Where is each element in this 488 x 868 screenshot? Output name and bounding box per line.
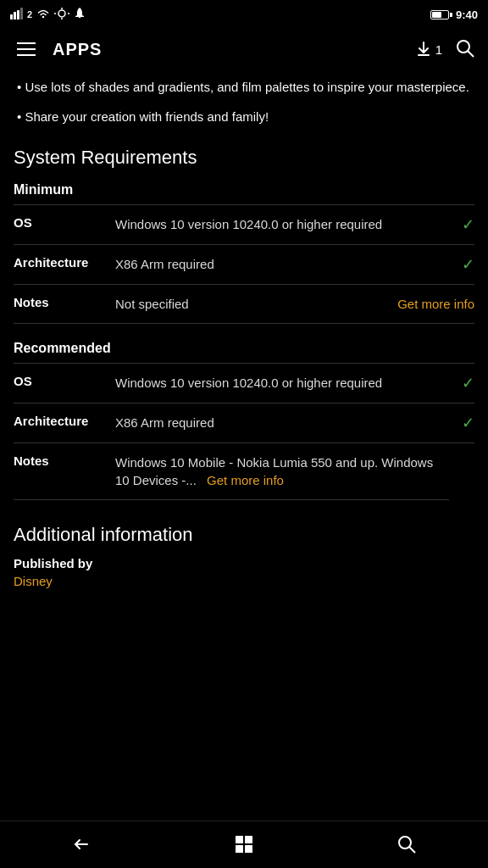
svg-line-13 [409,847,415,853]
bottom-nav [0,821,488,868]
arch-label-rec: Architecture [14,403,115,443]
get-more-info-link-min[interactable]: Get more info [397,297,474,311]
svg-rect-3 [20,8,23,19]
network-2g-icon: 2 [27,9,32,19]
os-check-rec: ✓ [449,364,474,403]
arch-check-rec: ✓ [449,403,474,443]
page-title: APPS [53,40,415,59]
bullet-item-2: • Share your creation with friends and f… [14,108,474,127]
svg-rect-5 [418,54,430,56]
table-row: OS Windows 10 version 10240.0 or higher … [14,364,474,403]
search-bottom-icon [397,835,416,854]
table-row: Architecture X86 Arm required ✓ [14,245,474,285]
bullet-list: • Use lots of shades and gradients, and … [14,78,474,126]
svg-line-7 [468,51,474,57]
get-more-info-link-rec[interactable]: Get more info [207,473,284,487]
nav-actions: 1 [415,39,474,60]
publisher-name: Disney [14,574,474,588]
bullet-2-text: • Share your creation with friends and f… [17,109,269,124]
status-right: 9:40 [430,8,478,21]
back-button[interactable] [56,829,107,860]
table-row: Notes Not specified Get more info [14,285,474,324]
additional-info-title: Additional information [14,524,474,546]
download-button[interactable]: 1 [415,41,442,58]
arch-label-min: Architecture [14,245,115,285]
top-nav: APPS 1 [0,27,488,71]
notes-value-min: Not specified [115,285,397,324]
battery-icon [430,10,449,19]
svg-point-6 [458,41,469,53]
extra-icon [54,8,69,21]
time-display: 9:40 [456,8,478,21]
system-requirements-section: System Requirements Minimum OS Windows 1… [14,147,474,500]
content-wrapper: • Use lots of shades and gradients, and … [0,71,488,648]
hamburger-menu[interactable] [14,39,39,59]
table-row: OS Windows 10 version 10240.0 or higher … [14,205,474,245]
status-left: 2 [10,8,86,22]
os-value-min: Windows 10 version 10240.0 or higher req… [115,205,397,245]
svg-rect-0 [10,14,13,19]
arch-check-min: ✓ [397,245,474,285]
back-icon [71,834,92,854]
svg-rect-9 [245,836,252,843]
recommended-requirements-table: OS Windows 10 version 10240.0 or higher … [14,363,474,500]
windows-icon [235,835,253,854]
os-check-min: ✓ [397,205,474,245]
svg-point-12 [399,837,411,849]
signal-icon [10,8,24,22]
svg-rect-10 [236,845,243,853]
svg-rect-8 [236,836,243,843]
download-count: 1 [435,42,442,57]
wifi-icon [36,8,51,22]
main-content: • Use lots of shades and gradients, and … [0,71,488,588]
recommended-label: Recommended [14,341,474,356]
download-icon [415,41,432,58]
search-bottom-button[interactable] [381,829,432,860]
bullet-1-text: • Use lots of shades and gradients, and … [17,80,469,94]
published-by-label: Published by [14,556,474,570]
system-requirements-title: System Requirements [14,147,474,169]
notes-value-rec: Windows 10 Mobile - Nokia Lumia 550 and … [115,443,449,500]
os-value-rec: Windows 10 version 10240.0 or higher req… [115,364,449,403]
arch-value-min: X86 Arm required [115,245,397,285]
status-bar: 2 9:40 [0,0,488,27]
notes-link-min[interactable]: Get more info [397,285,474,324]
svg-point-4 [58,10,65,17]
os-label-min: OS [14,205,115,245]
notes-label-min: Notes [14,285,115,324]
bullet-item-1: • Use lots of shades and gradients, and … [14,78,474,97]
search-icon [456,39,474,58]
additional-info-section: Additional information Published by Disn… [14,517,474,588]
notes-label-rec: Notes [14,443,115,500]
search-button[interactable] [456,39,474,60]
svg-rect-1 [14,12,16,19]
table-row: Architecture X86 Arm required ✓ [14,403,474,443]
table-row: Notes Windows 10 Mobile - Nokia Lumia 55… [14,443,474,500]
minimum-requirements-table: OS Windows 10 version 10240.0 or higher … [14,204,474,324]
os-label-rec: OS [14,364,115,403]
home-button[interactable] [219,829,269,860]
svg-rect-2 [17,10,19,19]
bell-icon [73,8,86,22]
svg-rect-11 [245,845,252,853]
minimum-label: Minimum [14,182,474,198]
arch-value-rec: X86 Arm required [115,403,449,443]
